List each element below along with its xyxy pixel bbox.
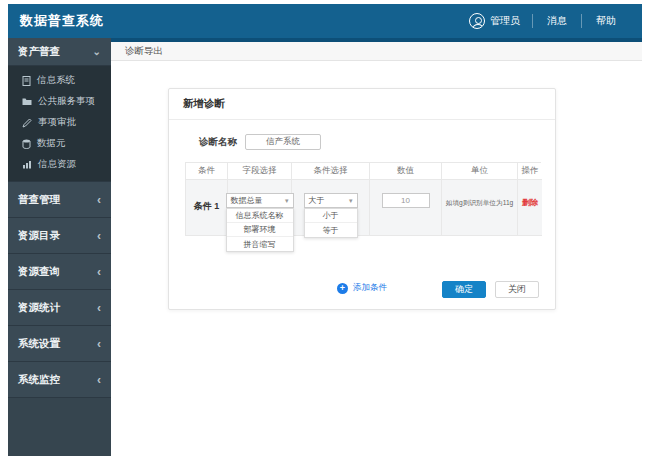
field-option-deploy-env[interactable]: 部署环境 xyxy=(227,223,293,237)
condition-select-options: 小于 等于 xyxy=(304,208,358,238)
chevron-left-icon xyxy=(97,194,101,206)
field-select-options: 信息系统名称 部署环境 拼音缩写 xyxy=(226,208,294,252)
sidebar-item-label: 数据元 xyxy=(37,137,66,150)
sidebar-section-label: 系统监控 xyxy=(18,373,60,387)
sidebar-section-resource-catalog[interactable]: 资源目录 xyxy=(8,218,111,254)
col-header-condition: 条件 xyxy=(186,163,228,180)
main-content: 诊断导出 新增诊断 诊断名称 条件 字段选择 条件选择 数值 单位 操作 xyxy=(111,38,642,456)
sidebar-section-label: 资产普查 xyxy=(18,45,60,59)
app-title: 数据普查系统 xyxy=(20,12,104,30)
delete-row-button[interactable]: 删除 xyxy=(522,197,538,208)
sidebar-section-system-settings[interactable]: 系统设置 xyxy=(8,326,111,362)
sidebar-item-item-approval[interactable]: 事项审批 xyxy=(8,112,111,133)
field-option-pinyin-abbr[interactable]: 拼音缩写 xyxy=(227,237,293,251)
table-row: 条件 1 数据总量 信息系统名称 部署环境 拼音缩写 xyxy=(186,180,540,236)
document-icon xyxy=(22,76,31,86)
condition-table: 条件 字段选择 条件选择 数值 单位 操作 条件 1 数据总量 xyxy=(185,162,541,236)
user-name-label: 管理员 xyxy=(490,14,520,28)
user-menu[interactable]: 管理员 xyxy=(457,4,532,38)
sidebar-section-resource-query[interactable]: 资源查询 xyxy=(8,254,111,290)
table-header-row: 条件 字段选择 条件选择 数值 单位 操作 xyxy=(186,163,540,180)
chart-icon xyxy=(22,160,32,169)
caret-down-icon xyxy=(349,196,353,205)
chevron-down-icon xyxy=(93,47,101,57)
add-diagnosis-dialog: 新增诊断 诊断名称 条件 字段选择 条件选择 数值 单位 操作 xyxy=(168,88,556,310)
value-input[interactable] xyxy=(382,193,430,208)
user-avatar-icon xyxy=(469,13,485,29)
tab-diagnosis-export[interactable]: 诊断导出 xyxy=(125,45,163,58)
sidebar-item-info-system[interactable]: 信息系统 xyxy=(8,70,111,91)
sidebar-item-label: 信息系统 xyxy=(37,74,75,87)
edit-icon xyxy=(22,118,32,128)
sidebar-section-resource-stats[interactable]: 资源统计 xyxy=(8,290,111,326)
app-window: 数据普查系统 管理员 消息 帮助 资产普查 信息系统 xyxy=(8,4,642,456)
dialog-title: 新增诊断 xyxy=(169,89,555,120)
sidebar-item-label: 公共服务事项 xyxy=(38,95,95,108)
caret-down-icon xyxy=(285,196,289,205)
plus-circle-icon: + xyxy=(337,283,348,294)
chevron-left-icon xyxy=(97,374,101,386)
add-condition-button[interactable]: 添加条件 xyxy=(353,282,387,294)
col-header-field-select: 字段选择 xyxy=(228,163,292,180)
col-header-unit: 单位 xyxy=(442,163,518,180)
condition-option-equal[interactable]: 等于 xyxy=(305,223,357,237)
col-header-action: 操作 xyxy=(518,163,542,180)
messages-link[interactable]: 消息 xyxy=(533,4,581,38)
condition-select-dropdown[interactable]: 大于 xyxy=(304,193,358,208)
chevron-left-icon xyxy=(97,302,101,314)
sidebar-section-label: 系统设置 xyxy=(18,337,60,351)
field-select-value: 数据总量 xyxy=(231,195,263,206)
dialog-footer: 确定 关闭 xyxy=(442,281,539,298)
help-link[interactable]: 帮助 xyxy=(582,4,630,38)
sidebar-section-label: 资源查询 xyxy=(18,265,60,279)
field-select-dropdown[interactable]: 数据总量 xyxy=(226,193,294,208)
sidebar-section-system-monitor[interactable]: 系统监控 xyxy=(8,362,111,398)
confirm-button[interactable]: 确定 xyxy=(442,281,486,298)
sidebar-section-label: 普查管理 xyxy=(18,193,60,207)
condition-number-label: 条件 1 xyxy=(194,200,220,213)
sidebar-submenu: 信息系统 公共服务事项 事项审批 数据元 信息资源 xyxy=(8,66,111,182)
sidebar-item-data-element[interactable]: 数据元 xyxy=(8,133,111,154)
folder-icon xyxy=(22,97,32,106)
sidebar-section-label: 资源统计 xyxy=(18,301,60,315)
header-actions: 管理员 消息 帮助 xyxy=(457,4,630,38)
col-header-condition-select: 条件选择 xyxy=(292,163,370,180)
diagnosis-name-input[interactable] xyxy=(245,134,321,150)
sidebar: 资产普查 信息系统 公共服务事项 事项审批 数据元 xyxy=(8,38,111,456)
sidebar-item-label: 事项审批 xyxy=(38,116,76,129)
sidebar-item-label: 信息资源 xyxy=(38,158,76,171)
top-header: 数据普查系统 管理员 消息 帮助 xyxy=(8,4,642,38)
chevron-left-icon xyxy=(97,338,101,350)
condition-select-value: 大于 xyxy=(309,195,325,206)
database-icon xyxy=(22,139,31,149)
sidebar-section-census-mgmt[interactable]: 普查管理 xyxy=(8,182,111,218)
tab-bar: 诊断导出 xyxy=(111,42,642,61)
sidebar-section-label: 资源目录 xyxy=(18,229,60,243)
sidebar-item-public-service[interactable]: 公共服务事项 xyxy=(8,91,111,112)
col-header-value: 数值 xyxy=(370,163,442,180)
sidebar-item-info-resources[interactable]: 信息资源 xyxy=(8,154,111,175)
close-button[interactable]: 关闭 xyxy=(495,281,539,298)
field-option-system-name[interactable]: 信息系统名称 xyxy=(227,209,293,223)
sidebar-section-asset-census[interactable]: 资产普查 xyxy=(8,38,111,66)
unit-hint-text: 如填g则识别单位为11g xyxy=(446,198,514,208)
chevron-left-icon xyxy=(97,266,101,278)
chevron-left-icon xyxy=(97,230,101,242)
condition-option-less-than[interactable]: 小于 xyxy=(305,209,357,223)
diagnosis-name-label: 诊断名称 xyxy=(199,136,237,149)
